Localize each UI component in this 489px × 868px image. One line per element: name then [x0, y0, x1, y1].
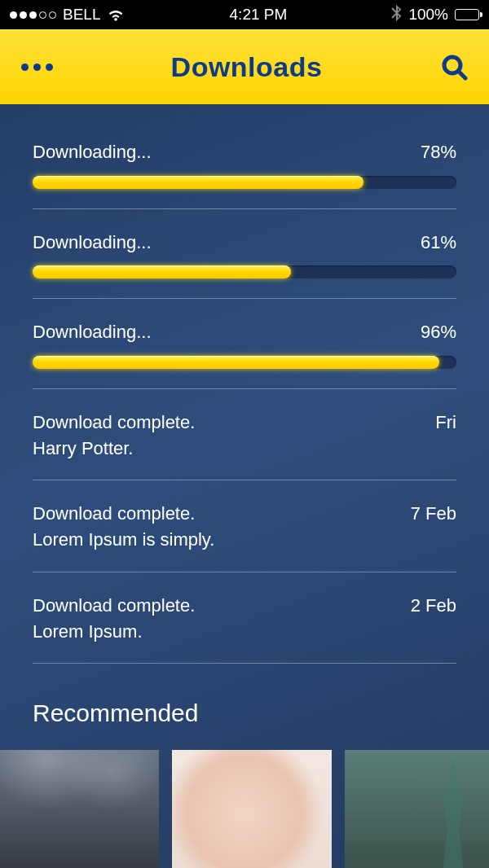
- download-title: Lorem Ipsum.: [33, 620, 195, 644]
- download-status-label: Download complete.: [33, 410, 195, 435]
- status-bar: BELL 4:21 PM 100%: [0, 0, 489, 29]
- progress-fill: [33, 265, 291, 278]
- download-date-label: 2 Feb: [411, 594, 456, 618]
- recommended-carousel[interactable]: INCEPTION P.S. I Love You Cloverfield: [0, 750, 489, 868]
- status-bar-left: BELL: [10, 6, 125, 24]
- download-status-label: Download complete.: [33, 502, 214, 526]
- wifi-icon: [107, 8, 125, 21]
- search-icon: [440, 53, 468, 81]
- download-row[interactable]: Download complete. Harry Potter. Fri: [33, 389, 456, 480]
- battery-icon: [455, 9, 479, 20]
- progress-fill: [33, 176, 363, 189]
- download-row[interactable]: Download complete. Lorem Ipsum. 2 Feb: [33, 572, 456, 664]
- download-percent-label: 78%: [421, 140, 456, 164]
- progress-bar: [33, 265, 456, 278]
- status-bar-time: 4:21 PM: [230, 6, 288, 24]
- progress-fill: [33, 356, 439, 369]
- bluetooth-icon: [391, 5, 402, 25]
- more-button[interactable]: [21, 64, 53, 71]
- download-row[interactable]: Downloading... 96%: [33, 299, 456, 389]
- downloads-list: Downloading... 78% Downloading... 61% Do…: [0, 104, 489, 868]
- recommended-poster[interactable]: INCEPTION: [0, 750, 159, 868]
- download-row[interactable]: Download complete. Lorem Ipsum is simply…: [33, 480, 456, 572]
- poster-title: P.S. I Love You: [172, 861, 332, 868]
- download-status-label: Downloading...: [33, 140, 152, 164]
- search-button[interactable]: [440, 53, 468, 81]
- recommended-heading: Recommended: [33, 699, 456, 727]
- download-title: Lorem Ipsum is simply.: [33, 528, 214, 552]
- download-status-label: Downloading...: [33, 320, 152, 344]
- download-status-label: Download complete.: [33, 594, 195, 618]
- svg-line-1: [459, 72, 465, 78]
- download-date-label: Fri: [435, 410, 456, 435]
- status-bar-right: 100%: [391, 5, 479, 25]
- download-percent-label: 96%: [421, 320, 456, 344]
- carrier-label: BELL: [63, 6, 100, 24]
- download-row[interactable]: Downloading... 78%: [33, 104, 456, 209]
- download-date-label: 7 Feb: [411, 502, 456, 526]
- recommended-poster[interactable]: Cloverfield: [345, 750, 489, 868]
- navbar: Downloads: [0, 29, 489, 104]
- download-percent-label: 61%: [421, 230, 456, 255]
- signal-strength-icon: [10, 11, 56, 19]
- progress-bar: [33, 356, 456, 369]
- progress-bar: [33, 176, 456, 189]
- download-title: Harry Potter.: [33, 436, 195, 461]
- download-row[interactable]: Downloading... 61%: [33, 209, 456, 300]
- download-status-label: Downloading...: [33, 230, 152, 255]
- recommended-poster[interactable]: P.S. I Love You: [172, 750, 332, 868]
- battery-percent-label: 100%: [408, 6, 448, 24]
- page-title: Downloads: [171, 51, 323, 83]
